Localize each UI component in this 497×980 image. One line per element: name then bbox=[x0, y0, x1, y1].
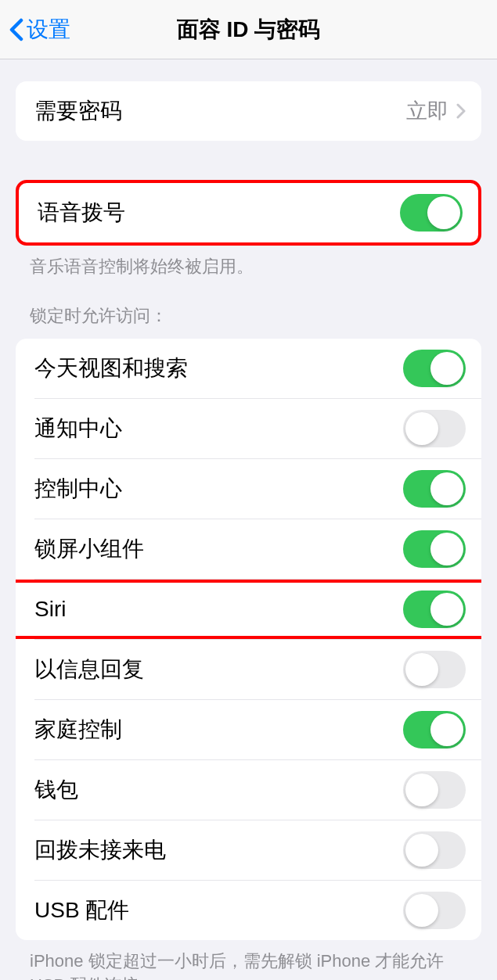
row-lock-access-item: USB 配件 bbox=[16, 881, 481, 940]
toggle-lock-access-item[interactable] bbox=[403, 350, 466, 387]
row-lock-access-item: 以信息回复 bbox=[16, 640, 481, 699]
row-label: 家庭控制 bbox=[34, 715, 122, 745]
toggle-lock-access-item[interactable] bbox=[403, 892, 466, 929]
row-lock-access-item: 控制中心 bbox=[16, 459, 481, 519]
toggle-lock-access-item[interactable] bbox=[403, 470, 466, 508]
toggle-knob bbox=[405, 774, 438, 806]
group-voice-dial: 语音拨号 bbox=[16, 180, 481, 246]
chevron-right-icon bbox=[456, 103, 466, 119]
row-label: 以信息回复 bbox=[34, 655, 144, 684]
row-lock-access-item: 回拨未接来电 bbox=[16, 820, 481, 880]
row-label: 锁屏小组件 bbox=[34, 534, 144, 564]
toggle-knob bbox=[405, 894, 438, 927]
toggle-knob bbox=[405, 653, 438, 686]
row-label: 需要密码 bbox=[34, 96, 122, 126]
lock-access-header: 锁定时允许访问： bbox=[0, 279, 497, 334]
row-require-passcode[interactable]: 需要密码 立即 bbox=[16, 81, 481, 141]
back-label: 设置 bbox=[27, 15, 70, 45]
row-lock-access-item: 今天视图和搜索 bbox=[16, 339, 481, 398]
toggle-knob bbox=[430, 533, 463, 565]
toggle-lock-access-item[interactable] bbox=[403, 591, 466, 628]
toggle-voice-dial[interactable] bbox=[400, 194, 463, 232]
row-value: 立即 bbox=[406, 97, 448, 125]
row-label: 今天视图和搜索 bbox=[34, 354, 188, 383]
lock-access-footer: iPhone 锁定超过一小时后，需先解锁 iPhone 才能允许 USB 配件连… bbox=[0, 940, 497, 980]
toggle-knob bbox=[405, 834, 438, 867]
row-label: Siri bbox=[34, 597, 66, 622]
toggle-knob bbox=[430, 713, 463, 746]
row-lock-access-item: 通知中心 bbox=[16, 399, 481, 458]
row-label: 回拨未接来电 bbox=[34, 835, 166, 865]
group-lock-access: 今天视图和搜索通知中心控制中心锁屏小组件Siri以信息回复家庭控制钱包回拨未接来… bbox=[16, 339, 481, 940]
toggle-lock-access-item[interactable] bbox=[403, 711, 466, 748]
row-label: 通知中心 bbox=[34, 414, 122, 443]
row-label: 控制中心 bbox=[34, 474, 122, 504]
row-lock-access-item: Siri bbox=[16, 580, 481, 639]
toggle-lock-access-item[interactable] bbox=[403, 651, 466, 688]
toggle-lock-access-item[interactable] bbox=[403, 530, 466, 568]
row-label: 语音拨号 bbox=[38, 198, 125, 228]
row-lock-access-item: 家庭控制 bbox=[16, 700, 481, 759]
row-lock-access-item: 锁屏小组件 bbox=[16, 519, 481, 579]
chevron-left-icon bbox=[9, 18, 23, 41]
toggle-knob bbox=[427, 196, 460, 229]
toggle-lock-access-item[interactable] bbox=[403, 771, 466, 809]
group-require-passcode: 需要密码 立即 bbox=[16, 81, 481, 141]
voice-dial-footer: 音乐语音控制将始终被启用。 bbox=[0, 246, 497, 279]
page-title: 面容 ID 与密码 bbox=[177, 15, 321, 45]
toggle-knob bbox=[430, 472, 463, 505]
toggle-knob bbox=[430, 593, 463, 626]
row-lock-access-item: 钱包 bbox=[16, 760, 481, 820]
row-voice-dial: 语音拨号 bbox=[19, 183, 478, 242]
toggle-knob bbox=[430, 352, 463, 385]
toggle-lock-access-item[interactable] bbox=[403, 410, 466, 447]
toggle-knob bbox=[405, 412, 438, 445]
row-label: USB 配件 bbox=[34, 896, 129, 925]
back-button[interactable]: 设置 bbox=[0, 15, 70, 45]
row-label: 钱包 bbox=[34, 775, 78, 805]
toggle-lock-access-item[interactable] bbox=[403, 831, 466, 869]
nav-header: 设置 面容 ID 与密码 bbox=[0, 0, 497, 59]
